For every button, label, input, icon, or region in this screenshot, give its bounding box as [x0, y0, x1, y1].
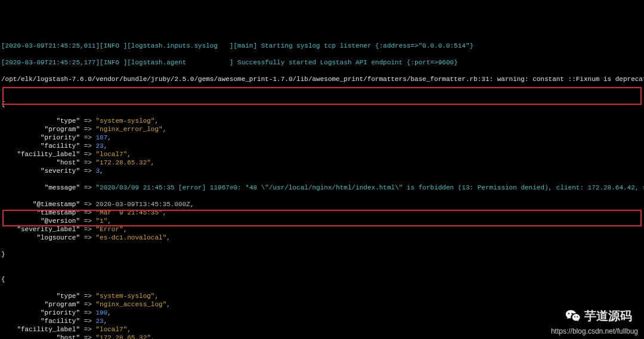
kv-row: "facility" => 23, [1, 142, 643, 150]
kv-key: "priority" [1, 134, 80, 141]
kv-value: "system-syslog" [95, 293, 154, 300]
kv-value: "nginx_access_log" [95, 301, 166, 308]
watermark: 芋道源码 [565, 309, 632, 322]
kv-row: "severity_label" => "Error", [1, 225, 643, 234]
kv-row: "message" => "2020/03/09 21:45:35 [error… [1, 184, 643, 192]
kv-key: "message" [45, 184, 80, 191]
kv-key: "@timestamp" [1, 201, 80, 208]
watermark-text: 芋道源码 [584, 312, 632, 320]
kv-key: "host" [1, 159, 80, 166]
kv-row: "facility_label" => "local7", [1, 325, 643, 334]
kv-key: "program" [1, 126, 80, 133]
kv-row: "@version" => "1", [1, 217, 643, 225]
brace-close: } [1, 250, 643, 259]
kv-value: "172.28.65.32" [95, 159, 150, 166]
log-line: [2020-03-09T21:45:25,011][INFO ][logstas… [1, 42, 643, 50]
kv-value: "172.28.65.32" [95, 334, 150, 339]
kv-value: "system-syslog" [95, 117, 154, 125]
kv-value: 2020-03-09T13:45:35.000Z [95, 201, 190, 208]
log-line: [2020-03-09T21:45:25,177][INFO ][logstas… [1, 58, 643, 67]
kv-row: "priority" => 190, [1, 309, 643, 317]
kv-key: "@version" [1, 217, 80, 225]
kv-row: "facility_label" => "local7", [1, 150, 643, 158]
brace-open: { [1, 100, 643, 108]
kv-key: "host" [1, 334, 80, 339]
kv-key: "program" [1, 301, 80, 308]
kv-row: "program" => "nginx_access_log", [1, 300, 643, 309]
kv-value: "2020/03/09 21:45:35 [error] 11967#0: *4… [95, 184, 644, 191]
kv-key: "facility_label" [1, 151, 80, 158]
kv-key: "severity" [1, 167, 80, 175]
terminal-output: [2020-03-09T21:45:25,011][INFO ][logstas… [0, 33, 644, 339]
kv-value: 190 [95, 309, 107, 316]
kv-key: "type" [1, 293, 80, 300]
kv-row: "timestamp" => "Mar 9 21:45:35", [1, 209, 643, 217]
kv-value: "Error" [95, 226, 123, 233]
kv-row: "program" => "nginx_error_log", [1, 125, 643, 133]
kv-value: 23 [95, 142, 103, 150]
kv-row: "facility" => 23, [1, 317, 643, 325]
kv-key: "priority" [1, 309, 80, 316]
kv-row: "logsource" => "es-dc1.novalocal", [1, 234, 643, 242]
wechat-icon [565, 309, 581, 322]
kv-key: "facility" [1, 142, 80, 150]
kv-key: "severity_label" [1, 226, 80, 233]
kv-row: "@timestamp" => 2020-03-09T13:45:35.000Z… [1, 200, 643, 209]
kv-value: "1" [95, 217, 107, 225]
log-line: /opt/elk/logstash-7.6.0/vendor/bundle/jr… [1, 75, 643, 83]
kv-value: "Mar 9 21:45:35" [95, 209, 162, 216]
kv-row: "type" => "system-syslog", [1, 292, 643, 300]
kv-row: "type" => "system-syslog", [1, 117, 643, 125]
kv-row: "priority" => 187, [1, 133, 643, 142]
kv-key: "facility" [1, 318, 80, 325]
kv-value: 187 [95, 134, 107, 141]
kv-row: "severity" => 3, [1, 167, 643, 175]
kv-key: "facility_label" [1, 326, 80, 333]
kv-value: "local7" [95, 151, 127, 158]
kv-row: "host" => "172.28.65.32", [1, 334, 643, 339]
kv-key: "type" [1, 117, 80, 125]
kv-key: "timestamp" [1, 209, 80, 216]
kv-value: "local7" [95, 326, 127, 333]
kv-value: "nginx_error_log" [95, 126, 162, 133]
footer-link: https://blog.csdn.net/fullbug [551, 327, 638, 335]
kv-value: "es-dc1.novalocal" [95, 234, 166, 241]
kv-value: 23 [95, 318, 103, 325]
kv-row: "host" => "172.28.65.32", [1, 158, 643, 167]
kv-key: "logsource" [1, 234, 80, 241]
brace-open: { [1, 275, 643, 284]
